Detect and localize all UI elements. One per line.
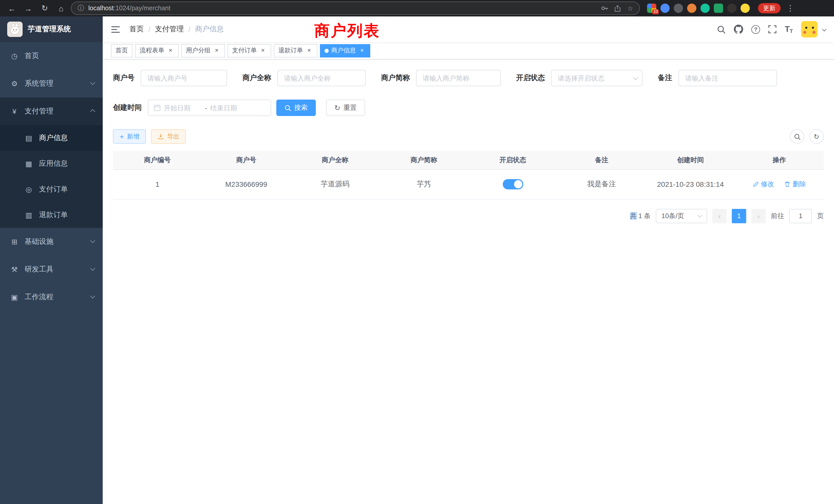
table-row: 1 M233666999 芋道源码 芋艿 我是备注 2021-10-23 08:… xyxy=(113,169,824,199)
tab-user-group[interactable]: 用户分组 × xyxy=(181,44,225,57)
extension-icon-6[interactable] xyxy=(714,4,723,13)
delete-link[interactable]: 删除 xyxy=(785,180,806,189)
extension-icon-7[interactable] xyxy=(727,4,737,13)
site-info-icon[interactable]: ⓘ xyxy=(78,4,84,13)
hamburger-icon[interactable] xyxy=(111,25,120,33)
sidebar-item-workflow[interactable]: ▣ 工作流程 xyxy=(0,283,103,311)
sidebar-item-payment[interactable]: ¥ 支付管理 xyxy=(0,97,103,125)
logo-avatar xyxy=(7,22,23,37)
help-icon[interactable]: ? xyxy=(751,25,760,33)
start-date-input[interactable] xyxy=(164,104,202,112)
edit-link[interactable]: 修改 xyxy=(753,180,774,189)
tab-refund-order[interactable]: 退款订单 × xyxy=(274,44,317,57)
close-tab-icon[interactable]: × xyxy=(306,47,313,54)
close-tab-icon[interactable]: × xyxy=(358,47,366,54)
tab-process-form[interactable]: 流程表单 × xyxy=(135,44,179,57)
tab-pay-order[interactable]: 支付订单 × xyxy=(227,44,271,57)
browser-update-button[interactable]: 更新 xyxy=(758,3,781,13)
remark-input[interactable] xyxy=(678,70,777,86)
export-button[interactable]: 导出 xyxy=(151,129,186,144)
avatar[interactable] xyxy=(801,21,817,38)
search-button[interactable]: 搜索 xyxy=(276,99,316,116)
url-text[interactable]: localhost:1024/pay/merchant xyxy=(88,5,171,12)
font-size-icon[interactable]: TT xyxy=(785,25,793,34)
extension-icon-4[interactable] xyxy=(687,4,696,13)
sidebar-item-app-info[interactable]: ▦ 应用信息 xyxy=(0,151,103,177)
fullscreen-icon[interactable] xyxy=(768,25,776,33)
merchant-card-icon: ▤ xyxy=(25,134,33,142)
cell-short-name: 芋艿 xyxy=(379,169,468,199)
breadcrumb-payment[interactable]: 支付管理 xyxy=(155,25,184,34)
filter-row-2: 创建时间 - 搜索 xyxy=(113,99,824,116)
close-tab-icon[interactable]: × xyxy=(167,47,174,54)
browser-chrome: ← → ↻ ⌂ ⓘ localhost:1024/pay/merchant ☆ … xyxy=(0,0,834,17)
close-tab-icon[interactable]: × xyxy=(259,47,266,54)
col-create-time: 创建时间 xyxy=(646,151,735,169)
app-logo[interactable]: 芋道管理系统 xyxy=(0,17,103,42)
app-title: 芋道管理系统 xyxy=(28,25,71,34)
avatar-caret-icon[interactable] xyxy=(822,27,827,31)
breadcrumb-home[interactable]: 首页 xyxy=(129,25,144,34)
reload-icon[interactable]: ↻ xyxy=(38,2,51,15)
tab-home[interactable]: 首页 xyxy=(111,44,132,57)
short-name-input[interactable] xyxy=(416,70,501,86)
chevron-down-icon xyxy=(90,293,95,298)
breadcrumb: 首页 / 支付管理 / 商户信息 xyxy=(129,25,224,34)
app-grid-icon: ▦ xyxy=(25,160,33,168)
sidebar-item-pay-order[interactable]: ◎ 支付订单 xyxy=(0,177,103,202)
viewport: ← → ↻ ⌂ ⓘ localhost:1024/pay/merchant ☆ … xyxy=(0,0,834,504)
forward-icon[interactable]: → xyxy=(22,2,35,15)
extension-icon-8[interactable] xyxy=(741,4,750,13)
bookmark-star-icon[interactable]: ☆ xyxy=(627,4,633,12)
end-date-input[interactable] xyxy=(210,104,248,112)
next-page-button[interactable]: › xyxy=(751,209,766,223)
sidebar-item-refund-order[interactable]: ▥ 退款订单 xyxy=(0,202,103,228)
goto-label: 前往 xyxy=(771,211,784,221)
calendar-icon xyxy=(154,104,161,111)
col-status: 开启状态 xyxy=(468,151,557,169)
cell-merchant-no: M233666999 xyxy=(202,169,291,199)
sidebar-item-home[interactable]: ◷ 首页 xyxy=(0,42,103,70)
refresh-table-icon[interactable]: ↻ xyxy=(809,129,824,144)
breadcrumb-separator: / xyxy=(189,25,191,33)
share-icon[interactable] xyxy=(614,5,621,12)
status-toggle[interactable] xyxy=(503,179,523,189)
back-icon[interactable]: ← xyxy=(5,2,19,15)
extension-icon-3[interactable] xyxy=(674,4,683,13)
goto-page-input[interactable] xyxy=(789,209,812,223)
top-navbar: 首页 / 支付管理 / 商户信息 ? xyxy=(103,17,834,42)
reset-button[interactable]: ↻ 重置 xyxy=(326,99,365,116)
extension-icon-1[interactable]: 10 xyxy=(647,4,656,13)
github-icon[interactable] xyxy=(734,25,743,34)
sidebar-item-label: 基础设施 xyxy=(25,237,53,246)
full-name-input[interactable] xyxy=(277,70,366,86)
date-range-picker[interactable]: - xyxy=(148,99,271,116)
tab-merchant-info[interactable]: 商户信息 × xyxy=(320,44,370,57)
sidebar-item-infra[interactable]: ⊞ 基础设施 xyxy=(0,228,103,256)
cell-actions: 修改 删除 xyxy=(735,169,824,199)
sidebar-item-system[interactable]: ⚙ 系统管理 xyxy=(0,70,103,97)
sidebar-item-devtools[interactable]: ⚒ 研发工具 xyxy=(0,256,103,283)
prev-page-button[interactable]: ‹ xyxy=(712,209,727,223)
breadcrumb-current: 商户信息 xyxy=(195,25,224,34)
url-path: :1024/pay/merchant xyxy=(114,5,171,12)
page-size-select[interactable]: 10条/页 xyxy=(656,209,707,223)
search-icon[interactable] xyxy=(717,25,726,33)
status-select[interactable] xyxy=(551,70,642,86)
merchant-no-input[interactable] xyxy=(141,70,227,86)
add-button[interactable]: + 新增 xyxy=(113,129,146,144)
sidebar-item-merchant-info[interactable]: ▤ 商户信息 xyxy=(0,125,103,151)
toggle-search-icon[interactable] xyxy=(790,129,804,144)
refresh-icon: ↻ xyxy=(334,104,340,111)
refund-doc-icon: ▥ xyxy=(25,211,33,219)
password-key-icon[interactable] xyxy=(601,5,608,12)
extension-icon-5[interactable] xyxy=(701,4,710,13)
extension-icon-2[interactable] xyxy=(660,4,670,13)
briefcase-icon: ▣ xyxy=(10,293,19,301)
address-bar[interactable]: ⓘ localhost:1024/pay/merchant ☆ xyxy=(71,2,640,15)
close-tab-icon[interactable]: × xyxy=(213,47,220,54)
page-1-button[interactable]: 1 xyxy=(732,209,746,223)
browser-menu-icon[interactable]: ⋮ xyxy=(784,2,797,15)
date-separator: - xyxy=(205,104,207,112)
home-icon[interactable]: ⌂ xyxy=(54,2,68,15)
